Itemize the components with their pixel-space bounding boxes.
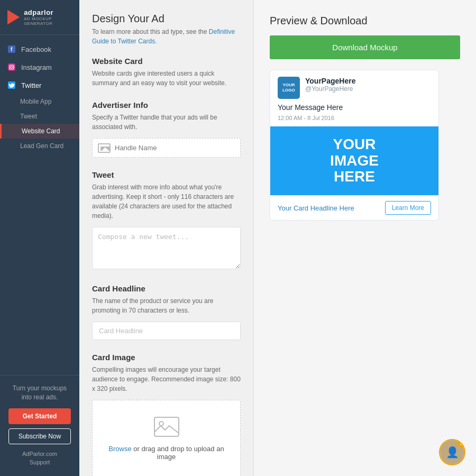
card-headline-text: Your Card Headline Here xyxy=(278,204,354,212)
advertiser-desc: Specify a Twitter handle that your ads w… xyxy=(92,113,241,132)
footer-promo: Turn your mockups into real ads. xyxy=(8,384,71,402)
learn-more-button[interactable]: Learn More xyxy=(385,201,431,215)
sidebar-item-label-twitter: Twitter xyxy=(21,81,41,89)
upload-icon-wrap xyxy=(103,416,230,440)
image-icon xyxy=(98,143,111,153)
card-message: Your Message Here xyxy=(270,103,438,115)
advertiser-title: Advertiser Info xyxy=(92,100,241,109)
sidebar-item-facebook[interactable]: f Facebook xyxy=(0,40,79,58)
preview-title: Preview & Download xyxy=(270,15,460,27)
adparlor-link[interactable]: AdParlor.com xyxy=(8,451,71,457)
card-headline-title: Card Headline xyxy=(92,284,241,293)
sub-nav: Mobile App Tweet Website Card Lead Gen C… xyxy=(0,94,79,153)
subscribe-button[interactable]: Subscribe Now xyxy=(8,428,71,444)
tweet-title: Tweet xyxy=(92,170,241,179)
sidebar-item-label-instagram: Instagram xyxy=(21,63,52,71)
main-form: Design Your Ad To learn more about this … xyxy=(79,0,254,476)
card-handle: @YourPageHere xyxy=(305,85,431,93)
tweet-section: Tweet Grab interest with more info about… xyxy=(92,170,241,271)
card-page-name: YourPageHere xyxy=(305,77,431,85)
tweet-textarea[interactable] xyxy=(92,227,241,269)
browse-link[interactable]: Browse xyxy=(108,445,131,453)
card-header: YOUR LOGO YourPageHere @YourPageHere xyxy=(270,70,438,103)
sidebar-item-twitter[interactable]: Twitter xyxy=(0,76,79,94)
form-title: Design Your Ad xyxy=(92,13,241,25)
tweet-desc: Grab interest with more info about what … xyxy=(92,182,241,221)
advertiser-info-section: Advertiser Info Specify a Twitter handle… xyxy=(92,100,241,158)
card-user-info: YourPageHere @YourPageHere xyxy=(305,77,431,93)
svg-point-8 xyxy=(159,422,163,426)
sub-nav-mobile-app[interactable]: Mobile App xyxy=(0,94,79,109)
card-timestamp: 12:00 AM - 8 Jul 2016 xyxy=(270,115,438,126)
sub-nav-tweet[interactable]: Tweet xyxy=(0,109,79,124)
twitter-icon xyxy=(7,81,16,89)
preview-area: Preview & Download Download Mockup YOUR … xyxy=(254,0,476,476)
instagram-icon xyxy=(7,63,16,71)
card-image-desc: Compelling images will encourage your ta… xyxy=(92,365,241,393)
support-link[interactable]: Support xyxy=(8,459,71,465)
download-button[interactable]: Download Mockup xyxy=(270,35,460,59)
card-headline-section: Card Headline The name of the product or… xyxy=(92,284,241,340)
footer-links: AdParlor.com Support xyxy=(8,451,71,465)
chat-bubble[interactable]: 👤 1 xyxy=(439,439,465,465)
sidebar: adparlor AD MOCKUP GENERATOR f Facebook … xyxy=(0,0,79,476)
upload-area[interactable]: Browse or drag and drop to upload an ima… xyxy=(92,400,241,476)
website-card-section: Website Card Website cards give interest… xyxy=(92,57,241,88)
website-card-desc: Website cards give interested users a qu… xyxy=(92,69,241,88)
card-headline-input[interactable] xyxy=(92,322,241,340)
sidebar-footer: Turn your mockups into real ads. Get Sta… xyxy=(0,375,79,476)
chat-badge: 1 xyxy=(457,439,465,447)
sub-nav-lead-gen-card[interactable]: Lead Gen Card xyxy=(0,139,79,153)
logo-icon xyxy=(7,10,20,25)
card-image-section: Card Image Compelling images will encour… xyxy=(92,353,241,476)
preview-card: YOUR LOGO YourPageHere @YourPageHere You… xyxy=(270,70,439,221)
upload-icon xyxy=(153,416,180,437)
avatar: YOUR LOGO xyxy=(278,77,300,99)
logo-sub: AD MOCKUP GENERATOR xyxy=(24,16,72,26)
svg-rect-7 xyxy=(154,417,179,436)
card-image-title: Card Image xyxy=(92,353,241,362)
logo-name: adparlor xyxy=(24,8,72,16)
advertiser-input[interactable] xyxy=(111,139,235,157)
logo: adparlor AD MOCKUP GENERATOR xyxy=(0,0,79,35)
sidebar-item-instagram[interactable]: Instagram xyxy=(0,58,79,76)
sidebar-item-label-facebook: Facebook xyxy=(21,45,51,53)
nav-group: f Facebook Instagram Twitter Mobile App … xyxy=(0,35,79,159)
get-started-button[interactable]: Get Started xyxy=(8,408,71,424)
website-card-title: Website Card xyxy=(92,57,241,66)
card-footer: Your Card Headline Here Learn More xyxy=(270,195,438,220)
svg-point-5 xyxy=(13,65,14,66)
facebook-icon: f xyxy=(7,45,16,53)
card-image-text: YOUR IMAGE HERE xyxy=(330,136,379,185)
sub-nav-website-card[interactable]: Website Card xyxy=(0,124,79,139)
upload-text: Browse or drag and drop to upload an ima… xyxy=(103,445,230,461)
form-subtitle: To learn more about this ad type, see th… xyxy=(92,27,241,46)
advertiser-input-wrap xyxy=(92,138,241,158)
svg-rect-2 xyxy=(8,63,15,71)
avatar-text: YOUR LOGO xyxy=(282,83,295,94)
card-image: YOUR IMAGE HERE xyxy=(270,126,438,195)
card-headline-desc: The name of the product or service you a… xyxy=(92,296,241,315)
